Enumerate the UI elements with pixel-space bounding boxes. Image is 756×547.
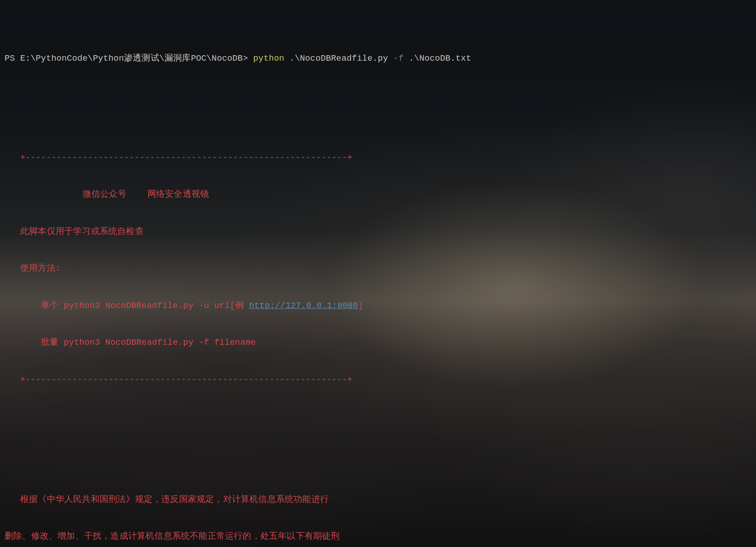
legal-block: 根据《中华人民共和国刑法》规定，违反国家规定，对计算机信息系统功能进行 删除、修… xyxy=(5,469,751,547)
banner-usage-single-post: ] xyxy=(358,301,363,311)
banner-usage-single: 单个 python3 NocoDBReadfile.py -u url[例 ht… xyxy=(5,300,751,313)
terminal-viewport[interactable]: PS E:\PythonCode\Python渗透测试\漏洞库POC\NocoD… xyxy=(0,0,756,547)
legal-line-2: 删除、修改、增加、干扰，造成计算机信息系统不能正常运行的，处五年以下有期徒刑 xyxy=(5,531,751,543)
prompt-line[interactable]: PS E:\PythonCode\Python渗透测试\漏洞库POC\NocoD… xyxy=(5,53,751,65)
legal-line-1: 根据《中华人民共和国刑法》规定，违反国家规定，对计算机信息系统功能进行 xyxy=(5,494,751,507)
cmd-python: python xyxy=(253,54,284,63)
banner-usage-label: 使用方法: xyxy=(5,263,751,275)
prompt-path: E:\PythonCode\Python渗透测试\漏洞库POC\NocoDB xyxy=(20,54,243,63)
prompt-caret: > xyxy=(243,54,254,63)
cmd-file: .\NocoDB.txt xyxy=(404,54,471,63)
banner-usage-single-pre: 单个 python3 NocoDBReadfile.py -u url[例 xyxy=(5,301,249,311)
cmd-flag: -f xyxy=(393,54,404,63)
banner-border-top: +---------------------------------------… xyxy=(5,152,751,165)
banner-block: +---------------------------------------… xyxy=(5,127,751,411)
cmd-script: .\NocoDBReadfile.py xyxy=(284,54,393,63)
banner-usage-batch: 批量 python3 NocoDBReadfile.py -f filename xyxy=(5,337,751,349)
banner-purpose: 此脚本仅用于学习或系统自检查 xyxy=(5,226,751,239)
prompt-ps: PS xyxy=(5,54,20,63)
banner-title: 微信公众号 网络安全透视镜 xyxy=(5,189,751,201)
banner-usage-single-url[interactable]: http://127.0.0.1:8080 xyxy=(249,301,358,311)
banner-border-bottom: +---------------------------------------… xyxy=(5,374,751,387)
